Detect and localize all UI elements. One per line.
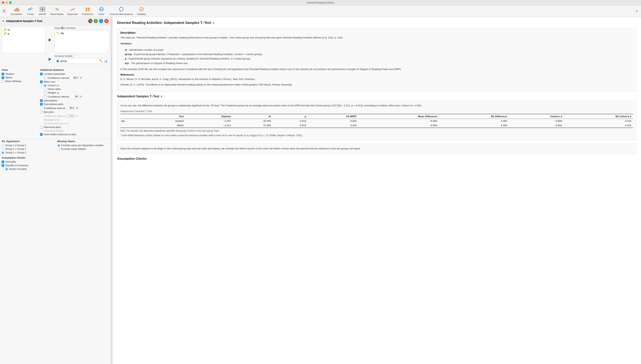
exclude-dependent-option[interactable]: Exclude cases per dependent variable xyxy=(58,144,110,147)
cell-test2: Welch xyxy=(142,123,186,128)
normality-option[interactable]: Normality xyxy=(2,160,54,163)
descriptives-checkbox[interactable] xyxy=(40,99,43,102)
bar-ci-option: Confidence interval % xyxy=(44,114,109,118)
close-panel-button[interactable]: ✕ xyxy=(104,19,109,23)
cell-vs2: 6.443 xyxy=(308,123,358,128)
mann-whitney-option[interactable]: Mann-Whitney xyxy=(2,80,36,83)
toolbar-ttests[interactable]: T-Tests xyxy=(25,6,36,16)
mann-whitney-checkbox[interactable] xyxy=(2,80,4,83)
cell-cd1: −0.684 xyxy=(509,119,564,123)
window-controls[interactable] xyxy=(2,1,12,4)
ci-location-input[interactable] xyxy=(70,76,79,80)
ci-effect-input[interactable] xyxy=(70,95,79,98)
raincloud-checkbox[interactable] xyxy=(40,126,43,128)
dependent-item-drp[interactable]: 📏 drp xyxy=(55,31,108,35)
hedges-g-radio[interactable] xyxy=(44,92,47,94)
location-param-option[interactable]: Location parameter xyxy=(40,72,109,75)
brown-forsythe-option[interactable]: Brown-Forsythe xyxy=(5,168,54,170)
hamburger-menu[interactable]: ☰ xyxy=(2,8,7,14)
alt-hyp-gt[interactable]: Group 1 > Group 2 xyxy=(2,148,54,150)
brown-forsythe-radio[interactable] xyxy=(5,168,8,170)
panel-header: ▼ Independent Samples T-Test ✏️ + i ✕ xyxy=(0,17,111,25)
desc-intro-text: This data set, "Directed Reading Activit… xyxy=(120,36,633,40)
equality-var-option[interactable]: Equality of variances xyxy=(2,164,54,167)
dependent-drp-label: drp xyxy=(61,32,64,34)
descriptives-option[interactable]: Descriptives xyxy=(40,99,109,102)
fix-horiz-option: Fix horizontal axis to 0 xyxy=(44,122,109,125)
descriptives-icon xyxy=(14,7,19,12)
table-note2: * Vovk-Seilke Maximum p-Ratio: Based on … xyxy=(120,134,633,137)
additional-stats-section: Additional Statistics Location parameter… xyxy=(40,68,109,136)
effect-size-checkbox[interactable] xyxy=(40,80,43,83)
toolbar-anova[interactable]: ANOVA xyxy=(37,6,48,16)
alt-hyp-lt[interactable]: Group 1 < Group 2 xyxy=(2,151,54,154)
vovk-option[interactable]: Vovk-Sellke maximum p-ratio xyxy=(40,133,109,136)
variable-g[interactable]: 🔑 g xyxy=(3,32,45,36)
svg-rect-2 xyxy=(17,8,18,11)
bar-plots-option[interactable]: Bar plots xyxy=(40,110,109,114)
cohens-d-option[interactable]: Cohen's d xyxy=(44,84,109,87)
panel-resize-handle[interactable]: · · · xyxy=(111,17,113,364)
welch-option[interactable]: Welch xyxy=(2,76,36,79)
toolbar-reliability[interactable]: Reliability xyxy=(135,6,147,16)
t-test-results-section: Independent Samples T–Test ▼ As we can s… xyxy=(117,95,636,161)
move-to-dependent-button[interactable] xyxy=(47,27,53,53)
variable-id[interactable]: 🔑 id xyxy=(3,28,45,32)
raincloud-option[interactable]: Raincloud plots xyxy=(40,126,109,128)
t-test-title-arrow[interactable]: ▼ xyxy=(160,95,163,98)
glass-delta-option[interactable]: Glass' delta xyxy=(44,88,109,90)
vovk-checkbox[interactable] xyxy=(40,133,43,136)
exclude-dependent-radio[interactable] xyxy=(58,144,60,147)
welch-checkbox[interactable] xyxy=(2,76,4,79)
toolbar-descriptives[interactable]: Descriptives xyxy=(9,6,24,16)
ci-effect-option: Confidence interval % xyxy=(44,95,109,98)
toolbar-anova-label: ANOVA xyxy=(39,13,46,15)
normality-checkbox[interactable] xyxy=(2,160,4,163)
cell-se2: 4.308 xyxy=(439,123,509,128)
toolbar-frequencies-label: Frequencies xyxy=(82,13,93,15)
cohens-d-radio[interactable] xyxy=(44,84,47,87)
toolbar-frequencies[interactable]: Frequencies xyxy=(80,6,95,16)
ci-effect-checkbox[interactable] xyxy=(44,95,47,98)
descriptives-plots-option[interactable]: Descriptives plots xyxy=(40,103,109,106)
glass-delta-radio[interactable] xyxy=(44,88,47,90)
ci-effect-unit: % xyxy=(80,95,82,98)
sort-button[interactable]: ⇅ xyxy=(61,26,64,30)
variables-list: id - Identification number of a pupil. g… xyxy=(120,48,633,66)
add-analysis-button[interactable]: + xyxy=(635,8,638,14)
descriptives-plots-checkbox[interactable] xyxy=(40,103,43,106)
alt-hyp-neq-radio[interactable] xyxy=(2,144,4,147)
equality-var-checkbox[interactable] xyxy=(2,164,4,167)
toolbar-regression[interactable]: Regression xyxy=(66,6,80,16)
desc-ci-input[interactable] xyxy=(66,106,75,110)
move-to-grouping-button[interactable] xyxy=(47,55,53,64)
add-button[interactable]: + xyxy=(94,19,98,23)
alt-hyp-lt-radio[interactable] xyxy=(2,151,4,154)
grouping-label: Grouping Variable xyxy=(54,55,109,58)
alt-hyp-neq[interactable]: Group 1 ≠ Group 2 xyxy=(2,144,54,147)
minimize-button[interactable] xyxy=(6,1,8,4)
cell-p2: 0.013 xyxy=(273,123,308,128)
collapse-arrow[interactable]: ▼ xyxy=(2,20,5,22)
location-param-checkbox[interactable] xyxy=(40,73,43,75)
info-button[interactable]: i xyxy=(99,19,103,23)
close-button[interactable] xyxy=(2,1,5,4)
maximize-button[interactable] xyxy=(9,1,12,4)
toolbar-cochrane[interactable]: Cochrane Meta-Analyses xyxy=(108,6,135,16)
ci-location-checkbox[interactable] xyxy=(44,76,47,79)
exclude-listwise-option[interactable]: Exclude cases listwise xyxy=(58,148,110,150)
edit-button[interactable]: ✏️ xyxy=(88,19,93,23)
chart-grouping-icon[interactable]: 📊 xyxy=(104,59,108,63)
student-checkbox[interactable] xyxy=(2,73,4,75)
hedges-g-option[interactable]: Hedges' g xyxy=(44,91,109,94)
toolbar-mixed-models[interactable]: Mixed Models xyxy=(49,6,65,16)
results-title-arrow[interactable]: ▼ xyxy=(212,22,215,24)
alt-hyp-gt-radio[interactable] xyxy=(2,148,4,150)
bar-plots-checkbox[interactable] xyxy=(40,111,43,114)
exclude-listwise-radio[interactable] xyxy=(58,148,60,150)
toolbar-factor[interactable]: Factor xyxy=(96,6,107,16)
effect-size-option[interactable]: Effect size xyxy=(40,80,109,83)
student-option[interactable]: Student xyxy=(2,72,36,75)
normality-label: Normality xyxy=(5,160,16,163)
edit-grouping-icon[interactable]: ✏️ xyxy=(99,59,103,63)
